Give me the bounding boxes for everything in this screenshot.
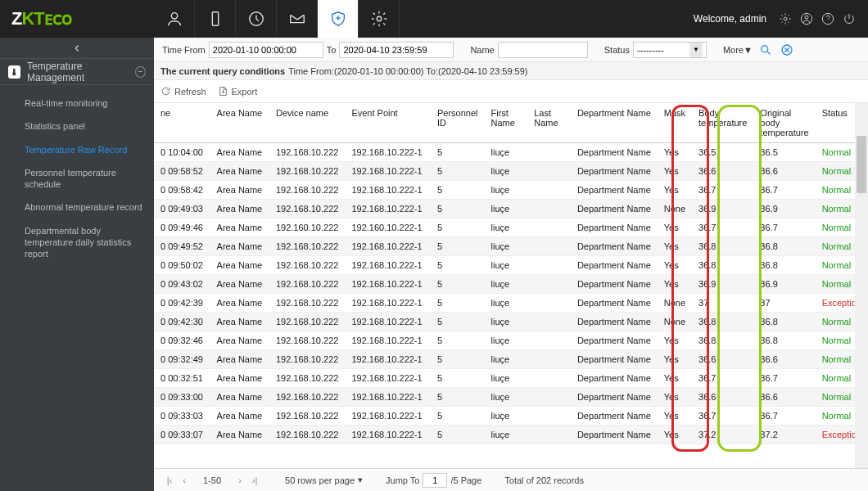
table-row[interactable]: 0 09:58:42Area Name192.168.10.222192.168… bbox=[154, 181, 868, 200]
cell: Area Name bbox=[210, 275, 269, 294]
table-row[interactable]: 0 10:04:00Area Name192.168.10.222192.168… bbox=[154, 143, 868, 162]
sidebar-collapse-icon[interactable] bbox=[0, 38, 154, 59]
cell: 192.168.10.222-1 bbox=[345, 331, 431, 350]
jump-input[interactable] bbox=[423, 473, 447, 488]
nav-shield-icon[interactable] bbox=[318, 0, 359, 38]
col-header[interactable]: Department Name bbox=[571, 103, 658, 143]
cell: 192.168.10.222-1 bbox=[345, 388, 431, 407]
cell: 192.168.10.222 bbox=[269, 426, 345, 444]
cell: 192.168.10.222-1 bbox=[345, 181, 431, 200]
page-first-icon[interactable]: |‹ bbox=[162, 475, 177, 485]
svg-rect-1 bbox=[212, 12, 218, 26]
table-row[interactable]: 0 09:32:49Area Name192.168.10.222192.168… bbox=[154, 350, 868, 369]
cell: Department Name bbox=[571, 388, 658, 407]
top-user-icon[interactable] bbox=[796, 8, 817, 29]
sidebar-item-5[interactable]: Departmental body temperature daily stat… bbox=[0, 219, 154, 266]
table-row[interactable]: 0 09:49:03Area Name192.168.10.222192.168… bbox=[154, 200, 868, 218]
cell: Department Name bbox=[571, 331, 658, 350]
sidebar-item-3[interactable]: Personnel temperature schedule bbox=[0, 161, 154, 196]
cell: 0 09:33:03 bbox=[154, 407, 210, 426]
time-to-input[interactable] bbox=[339, 42, 454, 58]
col-header[interactable]: First Name bbox=[485, 103, 528, 143]
col-header[interactable]: Last Name bbox=[527, 103, 571, 143]
table-row[interactable]: 0 09:49:52Area Name192.168.10.222192.168… bbox=[154, 237, 868, 256]
top-help-icon[interactable] bbox=[817, 8, 839, 29]
table-row[interactable]: 0 09:49:46Area Name192.160.10.222192.160… bbox=[154, 218, 868, 237]
search-icon[interactable] bbox=[757, 42, 774, 58]
collapse-minus-icon[interactable]: − bbox=[135, 66, 146, 78]
table-wrap[interactable]: neArea NameDevice nameEvent PointPersonn… bbox=[154, 103, 868, 468]
clear-icon[interactable] bbox=[779, 42, 795, 58]
table-row[interactable]: 0 09:33:07Area Name192.168.10.222192.168… bbox=[154, 426, 868, 444]
rows-per-page-arrow[interactable]: ▾ bbox=[358, 475, 363, 485]
query-cond-label: The current query conditions bbox=[160, 66, 285, 76]
sidebar-item-2[interactable]: Temperature Raw Record bbox=[0, 138, 154, 161]
table-row[interactable]: 0 09:33:00Area Name192.168.10.222192.168… bbox=[154, 388, 868, 407]
cell: liuçe bbox=[485, 331, 528, 350]
nav-settings-icon[interactable] bbox=[359, 0, 400, 38]
col-header[interactable]: Personnel ID bbox=[431, 103, 485, 143]
table-row[interactable]: 0 09:42:39Area Name192.168.10.222192.168… bbox=[154, 294, 868, 313]
col-header[interactable]: ne bbox=[154, 103, 210, 143]
export-button[interactable]: Export bbox=[218, 86, 258, 97]
cell: Area Name bbox=[210, 200, 269, 218]
cell: 5 bbox=[431, 331, 485, 350]
top-power-icon[interactable] bbox=[839, 8, 860, 29]
nav-message-icon[interactable] bbox=[277, 0, 318, 38]
query-cond-text: Time From:(2020-01-10 00:00:00) To:(2020… bbox=[288, 66, 527, 76]
sidebar-item-0[interactable]: Real-time monitoring bbox=[0, 92, 154, 115]
col-header[interactable]: Area Name bbox=[210, 103, 269, 143]
col-header[interactable]: Original body temperature bbox=[753, 103, 815, 143]
status-select[interactable]: ---------▼ bbox=[633, 42, 707, 58]
cell: 192.168.10.222 bbox=[269, 181, 345, 200]
page-prev-icon[interactable]: ‹ bbox=[177, 475, 192, 485]
cell bbox=[527, 200, 571, 218]
cell: 36.6 bbox=[692, 388, 753, 407]
sidebar-section-header[interactable]: 🌡 Temperature Management − bbox=[0, 59, 154, 85]
cell: Yes bbox=[658, 331, 692, 350]
page-next-icon[interactable]: › bbox=[233, 475, 247, 485]
top-right-icons bbox=[775, 8, 860, 29]
table-row[interactable]: 0 00:32:51Area Name192.168.10.222192.168… bbox=[154, 369, 868, 388]
table-row[interactable]: 0 09:42:30Area Name192.168.10.222192.168… bbox=[154, 313, 868, 331]
cell: Yes bbox=[658, 143, 692, 162]
cell: Area Name bbox=[210, 407, 269, 426]
cell: 36.8 bbox=[692, 237, 753, 256]
cell: 5 bbox=[431, 426, 485, 444]
cell: 36.8 bbox=[753, 237, 815, 256]
cell: 0 10:04:00 bbox=[154, 143, 210, 162]
col-header[interactable]: Mask bbox=[658, 103, 692, 143]
more-toggle[interactable]: More▼ bbox=[723, 45, 753, 55]
table-row[interactable]: 0 09:32:46Area Name192.168.10.222192.168… bbox=[154, 331, 868, 350]
table-row[interactable]: 0 09:33:03Area Name192.168.10.222192.168… bbox=[154, 407, 868, 426]
col-header[interactable]: Body temperature bbox=[692, 103, 753, 143]
sidebar-item-1[interactable]: Statistics panel bbox=[0, 115, 154, 137]
page-last-icon[interactable]: ›| bbox=[247, 475, 262, 485]
col-header[interactable]: Device name bbox=[269, 103, 345, 143]
cell: 0 09:42:39 bbox=[154, 294, 210, 313]
time-from-input[interactable] bbox=[209, 42, 323, 58]
query-conditions: The current query conditions Time From:(… bbox=[154, 62, 868, 80]
col-header[interactable]: Event Point bbox=[345, 103, 431, 143]
name-input[interactable] bbox=[498, 42, 588, 58]
nav-device-icon[interactable] bbox=[195, 0, 236, 38]
cell: 36.9 bbox=[692, 200, 753, 218]
cell: 36.5 bbox=[753, 143, 815, 162]
rows-per-page[interactable]: 50 rows per page bbox=[285, 475, 355, 485]
cell: 36.6 bbox=[692, 350, 753, 369]
cell: 192.168.10.222 bbox=[269, 350, 345, 369]
scrollbar-thumb[interactable] bbox=[857, 136, 866, 193]
nav-personnel-icon[interactable] bbox=[154, 0, 195, 38]
refresh-button[interactable]: Refresh bbox=[160, 86, 206, 97]
status-value: --------- bbox=[637, 45, 664, 55]
cell: 0 09:50:02 bbox=[154, 256, 210, 275]
table-row[interactable]: 0 09:50:02Area Name192.168.10.222192.168… bbox=[154, 256, 868, 275]
table-row[interactable]: 0 09:58:52Area Name192.168.10.222192.168… bbox=[154, 162, 868, 181]
top-gear-icon[interactable] bbox=[775, 8, 796, 29]
svg-point-8 bbox=[762, 45, 768, 52]
table-row[interactable]: 0 09:43:02Area Name192.168.10.222192.168… bbox=[154, 275, 868, 294]
cell: Yes bbox=[658, 388, 692, 407]
cell: liuçe bbox=[485, 237, 528, 256]
sidebar-item-4[interactable]: Abnormal temperature record bbox=[0, 196, 154, 218]
nav-time-icon[interactable] bbox=[236, 0, 277, 38]
